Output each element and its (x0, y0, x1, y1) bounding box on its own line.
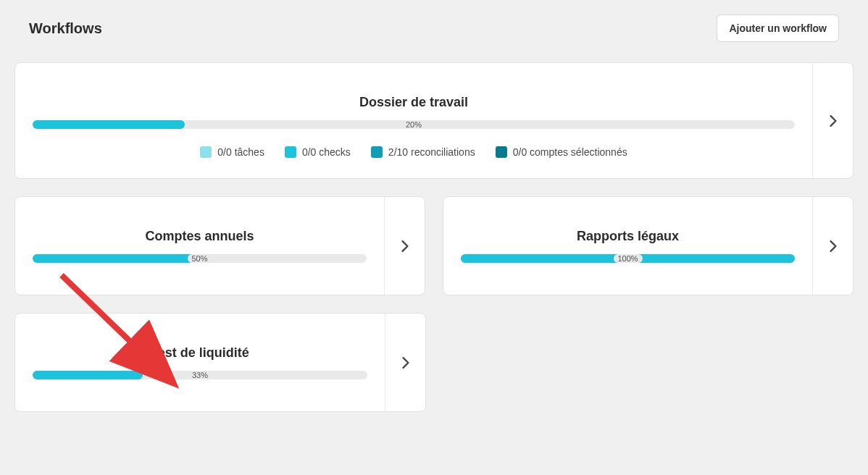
progress-fill (33, 371, 143, 379)
legend-swatch-icon (371, 146, 383, 158)
progress-label: 33% (188, 371, 212, 379)
page-title: Workflows (29, 20, 102, 37)
progress-bar: 33% (33, 371, 367, 379)
legend-text: 2/10 reconciliations (388, 146, 475, 158)
legend: 0/0 tâches 0/0 checks 2/10 reconciliatio… (200, 146, 627, 158)
legend-swatch-icon (285, 146, 296, 158)
open-workflow-chevron[interactable] (812, 63, 853, 178)
chevron-right-icon (402, 357, 409, 369)
progress-bar: 50% (33, 254, 367, 263)
add-workflow-button[interactable]: Ajouter un workflow (717, 14, 839, 42)
open-workflow-chevron[interactable] (385, 314, 425, 411)
workflow-card-test-liquidite[interactable]: Test de liquidité 33% (14, 313, 426, 412)
legend-item-comptes: 0/0 comptes sélectionnés (496, 146, 627, 158)
legend-swatch-icon (200, 146, 212, 158)
progress-label: 20% (401, 120, 426, 129)
progress-fill (33, 120, 185, 129)
workflow-card-title: Rapports légaux (577, 229, 679, 244)
legend-swatch-icon (496, 146, 507, 158)
workflow-card-dossier[interactable]: Dossier de travail 20% 0/0 tâches 0/0 ch… (14, 62, 854, 179)
chevron-right-icon (830, 115, 837, 127)
progress-fill (33, 254, 200, 263)
chevron-right-icon (401, 240, 409, 252)
legend-text: 0/0 checks (302, 146, 351, 158)
legend-item-checks: 0/0 checks (285, 146, 351, 158)
legend-item-reconciliations: 2/10 reconciliations (371, 146, 475, 158)
open-workflow-chevron[interactable] (812, 197, 853, 295)
legend-text: 0/0 comptes sélectionnés (513, 146, 627, 158)
legend-item-taches: 0/0 tâches (200, 146, 264, 158)
workflow-card-title: Dossier de travail (359, 95, 468, 110)
workflow-card-title: Comptes annuels (145, 229, 254, 244)
progress-label: 100% (613, 254, 642, 263)
workflow-card-comptes-annuels[interactable]: Comptes annuels 50% (14, 196, 425, 295)
progress-bar: 100% (461, 254, 795, 263)
progress-bar: 20% (33, 120, 795, 129)
workflow-card-title: Test de liquidité (151, 345, 249, 361)
progress-label: 50% (187, 254, 212, 263)
workflow-card-rapports-legaux[interactable]: Rapports légaux 100% (443, 196, 854, 295)
chevron-right-icon (830, 240, 837, 252)
open-workflow-chevron[interactable] (384, 197, 425, 295)
legend-text: 0/0 tâches (217, 146, 264, 158)
